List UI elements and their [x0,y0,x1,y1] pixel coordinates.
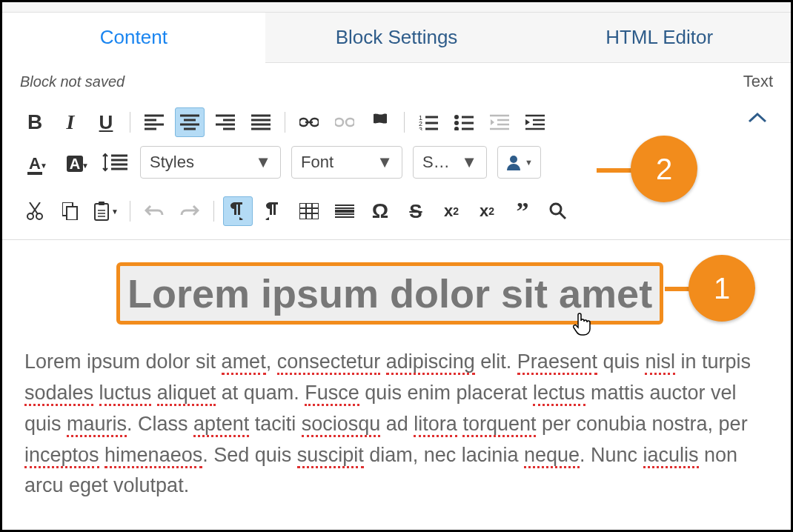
align-justify-icon [251,114,271,130]
svg-rect-15 [95,204,108,220]
ltr-button[interactable] [223,196,253,226]
editor-heading[interactable]: Lorem ipsum dolor sit amet [127,270,652,316]
paste-icon [93,202,110,221]
table-icon [299,203,319,219]
chevron-down-icon: ▼ [376,153,393,172]
editor-paragraph[interactable]: Lorem ipsum dolor sit amet, consectetur … [20,347,773,502]
separator [130,201,130,222]
svg-point-9 [454,127,459,130]
editor-content-area[interactable]: Lorem ipsum dolor sit amet 1 Lorem ipsum… [2,239,791,502]
hr-button[interactable] [330,196,359,226]
tabs-bar: Content Block Settings HTML Editor [2,13,791,63]
chevron-down-icon: ▼ [525,158,533,167]
top-spacer [2,2,791,13]
copy-button[interactable] [56,196,85,226]
table-button[interactable] [294,196,324,226]
bold-button[interactable]: B [20,107,50,137]
flag-icon [372,113,388,132]
tab-block-settings[interactable]: Block Settings [265,13,528,63]
unlink-button[interactable] [330,107,359,137]
redo-icon [180,205,199,218]
font-label: Font [301,153,334,172]
bullet-list-button[interactable] [449,107,479,137]
chevron-down-icon: ▼ [461,153,477,172]
blockquote-button[interactable]: ” [508,196,537,226]
underline-button[interactable]: U [91,107,121,137]
copy-icon [62,202,79,220]
svg-point-7 [454,115,459,119]
cut-button[interactable] [20,196,50,226]
paste-button[interactable]: ▼ [91,196,121,226]
svg-rect-17 [299,203,319,219]
svg-point-18 [551,204,561,214]
search-icon [549,202,567,220]
status-not-saved: Block not saved [20,73,125,90]
separator [404,112,405,133]
align-justify-button[interactable] [246,107,276,137]
strikethrough-button[interactable]: S [401,196,431,226]
tab-content[interactable]: Content [2,13,265,63]
callout-1: 1 [689,255,755,322]
user-icon [505,154,522,170]
special-char-button[interactable]: Ω [365,196,395,226]
align-center-button[interactable] [175,107,205,137]
status-row: Block not saved Text [2,63,791,99]
svg-rect-16 [99,202,104,205]
svg-rect-3 [346,119,354,126]
rtl-button[interactable] [259,196,288,226]
undo-icon [145,205,164,218]
separator [213,201,214,222]
chevron-down-icon: ▼ [255,153,271,172]
size-dropdown[interactable]: S…▼ [413,146,487,179]
ltr-icon [229,202,247,220]
chevron-up-icon [748,112,767,124]
line-height-button[interactable] [100,147,130,177]
styles-label: Styles [150,153,194,172]
redo-button[interactable] [175,196,205,226]
link-button[interactable] [294,107,324,137]
callout-2: 2 [631,136,697,202]
outdent-button[interactable] [485,107,514,137]
outdent-icon [490,114,509,130]
font-dropdown[interactable]: Font▼ [291,146,402,179]
context-label: Text [743,72,773,91]
svg-point-8 [454,121,459,125]
line-height-icon [102,153,127,172]
undo-button[interactable] [139,196,169,226]
personalization-dropdown[interactable]: ▼ [497,146,541,179]
separator [285,112,285,133]
superscript-button[interactable]: x2 [472,196,502,226]
text-color-button[interactable]: A▼ [20,147,50,177]
hr-icon [335,203,354,219]
bullet-list-icon [454,114,474,130]
toolbar: B I U 123 A▼ A▼ Styles▼ Font▼ S…▼ [2,99,791,235]
separator [130,112,130,133]
align-left-button[interactable] [139,107,169,137]
svg-rect-2 [335,119,343,126]
align-right-button[interactable] [210,107,240,137]
scissors-icon [27,202,43,220]
rtl-icon [265,202,282,220]
cursor-pointer-icon [573,312,594,336]
svg-point-10 [510,156,517,163]
collapse-toolbar-button[interactable] [748,112,767,124]
app-container: Content Block Settings HTML Editor Block… [2,2,791,530]
align-right-icon [216,114,235,130]
numbered-list-icon: 123 [419,114,438,130]
flag-button[interactable] [365,107,395,137]
link-icon [299,116,319,128]
numbered-list-button[interactable]: 123 [414,107,443,137]
size-label: S… [422,153,450,172]
italic-button[interactable]: I [56,107,85,137]
subscript-button[interactable]: x2 [437,196,466,226]
styles-dropdown[interactable]: Styles▼ [140,146,281,179]
indent-button[interactable] [520,107,550,137]
align-center-icon [180,114,199,130]
background-color-button[interactable]: A▼ [60,147,90,177]
unlink-icon [335,116,354,128]
svg-rect-14 [67,207,77,220]
indent-icon [525,114,545,130]
tab-html-editor[interactable]: HTML Editor [528,13,791,63]
svg-text:3: 3 [419,126,422,130]
find-button[interactable] [543,196,573,226]
